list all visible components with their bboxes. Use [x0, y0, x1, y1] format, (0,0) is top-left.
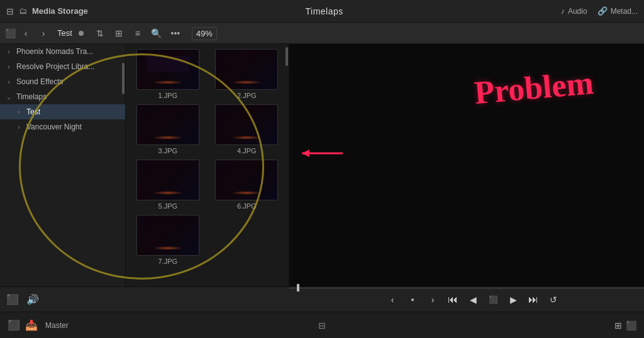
media-label-2: 2.JPG [237, 92, 257, 99]
search-icon[interactable]: 🔍 [149, 26, 164, 41]
list-view-icon[interactable]: ≡ [130, 26, 145, 41]
chevron-right-icon: › [15, 109, 23, 116]
metadata-label: Metad... [611, 7, 638, 16]
media-label-5: 5.JPG [158, 202, 177, 210]
back-button[interactable]: ‹ [18, 26, 33, 41]
sidebar-item-sound-effects[interactable]: › Sound Effects [0, 74, 125, 89]
sidebar-item-label: Vancouver Night [26, 123, 82, 131]
media-label-1: 1.JPG [158, 92, 177, 99]
toolbar-tools: ⇅ ⊞ ≡ 🔍 ••• [92, 26, 183, 41]
previous-frame-button[interactable]: ‹ [385, 292, 400, 307]
chevron-right-icon: › [5, 63, 13, 70]
frame-viewer-icon[interactable]: ⬛ [5, 292, 20, 307]
metadata-button[interactable]: 🔗 Metad... [597, 6, 638, 16]
center-footer-icon[interactable]: ⊟ [318, 320, 326, 331]
sidebar-item-phoenix[interactable]: › Phoenix Nomads Tra... [0, 44, 125, 59]
footer-right-icons: ⊞ ⬛ [614, 320, 636, 330]
stop-button[interactable]: ⬛ [486, 292, 501, 307]
media-item-1[interactable]: 1.JPG [131, 49, 205, 99]
footer-bar: ⬛ 📥 Master ⊞ ⬛ ⊟ [0, 312, 644, 338]
playback-center-controls: ‹ ● › ⏮ ◀ ⬛ ▶ ⏭ ↺ [302, 292, 644, 307]
center-title: Timelaps [306, 6, 343, 16]
preview-canvas: Problem [289, 44, 644, 286]
problem-annotation-text: Problem [473, 64, 595, 111]
preview-area: Problem [289, 44, 644, 286]
storyboard-icon[interactable]: ⊞ [614, 320, 622, 330]
app-title: Media Storage [32, 6, 88, 16]
sidebar-item-resolve[interactable]: › Resolve Project Libra... [0, 59, 125, 74]
media-thumbnail-6 [215, 160, 278, 200]
grid-view-icon[interactable]: ⊞ [111, 26, 126, 41]
playhead[interactable] [297, 284, 299, 292]
panel-layout-icon[interactable]: ⬛ [8, 319, 20, 331]
navigation-controls: ⬛ ‹ › Test [5, 26, 84, 41]
second-bar: ⬛ ‹ › Test ⇅ ⊞ ≡ 🔍 ••• 49% [0, 23, 644, 44]
sidebar-item-label: Sound Effects [16, 77, 64, 86]
sidebar-item-test[interactable]: › Test [0, 104, 125, 119]
top-bar-left: ⊟ 🗂 Media Storage [6, 6, 88, 16]
forward-button[interactable]: › [36, 26, 51, 41]
sidebar-item-label: Resolve Project Libra... [16, 62, 94, 71]
media-item-3[interactable]: 3.JPG [131, 104, 205, 155]
media-storage-icon: 🗂 [19, 6, 27, 16]
media-thumbnail-7 [136, 215, 199, 256]
sidebar-item-label: Phoenix Nomads Tra... [16, 47, 93, 56]
sort-icon[interactable]: ⇅ [92, 26, 108, 41]
play-button[interactable]: ▶ [506, 292, 521, 307]
chevron-down-icon: ⌄ [5, 94, 13, 101]
chevron-right-icon: › [5, 48, 13, 55]
progress-bar[interactable] [289, 287, 644, 289]
zoom-control: 49% [192, 28, 217, 39]
media-item-4[interactable]: 4.JPG [210, 104, 284, 155]
metadata-icon: 🔗 [597, 6, 608, 16]
skip-to-start-button[interactable]: ⏮ [445, 292, 460, 307]
sidebar-item-label: Test [26, 107, 40, 116]
media-item-6[interactable]: 6.JPG [210, 160, 284, 210]
skip-to-end-button[interactable]: ⏭ [526, 292, 541, 307]
media-grid: 1.JPG 2.JPG 3.JPG [131, 49, 284, 265]
sidebar: › Phoenix Nomads Tra... › Resolve Projec… [0, 44, 126, 286]
next-frame-button[interactable]: › [425, 292, 440, 307]
loop-button[interactable]: ↺ [546, 292, 561, 307]
audio-button[interactable]: ♪ Audio [560, 6, 587, 16]
playback-left-controls: ⬛ 🔊 [5, 292, 40, 307]
media-label-4: 4.JPG [237, 147, 257, 155]
tab-dot [79, 31, 84, 36]
more-options-icon[interactable]: ••• [168, 26, 183, 41]
step-back-button[interactable]: ◀ [465, 292, 480, 307]
chevron-right-icon: › [15, 124, 23, 131]
sidebar-item-timelaps[interactable]: ⌄ Timelaps [0, 89, 125, 104]
window-menu-icon[interactable]: ⊟ [6, 6, 14, 16]
import-icon[interactable]: 📥 [25, 319, 38, 331]
master-label: Master [45, 321, 69, 330]
media-label-6: 6.JPG [237, 202, 257, 210]
media-scrollbar[interactable] [286, 47, 288, 66]
media-item-2[interactable]: 2.JPG [210, 49, 284, 99]
arrow-annotation [296, 141, 346, 166]
media-item-7[interactable]: 7.JPG [131, 215, 205, 265]
play-dot-button[interactable]: ● [405, 292, 420, 307]
sidebar-item-label: Timelaps [16, 92, 47, 101]
top-bar: ⊟ 🗂 Media Storage Timelaps ♪ Audio 🔗 Met… [0, 0, 644, 23]
media-thumbnail-4 [215, 104, 278, 145]
media-thumbnail-5 [136, 160, 199, 200]
media-grid-area: 1.JPG 2.JPG 3.JPG [126, 44, 289, 286]
media-thumbnail-3 [136, 104, 199, 145]
zoom-label[interactable]: 49% [192, 27, 217, 40]
media-thumbnail-2 [215, 49, 278, 90]
layout-icon[interactable]: ⬛ [626, 320, 636, 330]
media-label-7: 7.JPG [158, 258, 177, 265]
sidebar-scrollbar[interactable] [122, 63, 125, 94]
playback-bar: ⬛ 🔊 ‹ ● › ⏮ ◀ ⬛ ▶ ⏭ ↺ [0, 286, 644, 312]
music-icon: ♪ [560, 6, 565, 16]
volume-icon[interactable]: 🔊 [25, 292, 40, 307]
media-thumbnail-1 [136, 49, 199, 90]
sidebar-item-vancouver[interactable]: › Vancouver Night [0, 119, 125, 134]
media-label-3: 3.JPG [158, 147, 177, 155]
panel-toggle-icon[interactable]: ⬛ [5, 28, 16, 38]
top-bar-center: Timelaps [93, 6, 556, 16]
main-content: › Phoenix Nomads Tra... › Resolve Projec… [0, 44, 644, 286]
tab-label: Test [53, 27, 76, 39]
media-item-5[interactable]: 5.JPG [131, 160, 205, 210]
svg-marker-1 [302, 150, 309, 157]
